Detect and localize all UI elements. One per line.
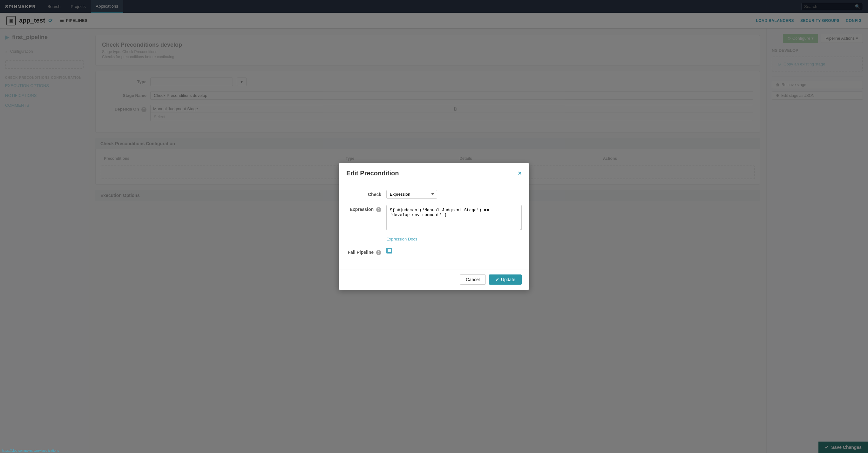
modal-check-select[interactable]: Expression StageStatus ClusterSize xyxy=(386,190,437,198)
modal-close-button[interactable]: × xyxy=(518,170,522,177)
url-bar: https://blog.spinnaker.io/nextapplicatio… xyxy=(0,448,61,453)
modal-cancel-button[interactable]: Cancel xyxy=(460,274,486,285)
modal-fail-pipeline-row: Fail Pipeline ? xyxy=(346,248,522,255)
modal-footer: Cancel ✔ Update xyxy=(339,269,529,290)
modal-fail-pipeline-help-icon[interactable]: ? xyxy=(376,250,381,255)
update-label: Update xyxy=(501,277,515,282)
expression-docs-link[interactable]: Expression Docs xyxy=(386,237,522,241)
modal-update-button[interactable]: ✔ Update xyxy=(489,274,522,285)
modal-title: Edit Precondition xyxy=(346,170,399,177)
modal-expression-help-icon[interactable]: ? xyxy=(376,207,381,212)
modal-expression-textarea[interactable]: ${ #judgment('Manual Judgment Stage') ==… xyxy=(386,205,522,230)
modal-body: Check Expression StageStatus ClusterSize… xyxy=(339,182,529,269)
modal-expression-label: Expression ? xyxy=(346,205,381,212)
update-check-icon: ✔ xyxy=(495,277,499,282)
modal-fail-pipeline-label: Fail Pipeline ? xyxy=(346,248,381,255)
modal-check-label: Check xyxy=(346,190,381,197)
modal-header: Edit Precondition × xyxy=(339,163,529,182)
modal-expression-row: Expression ? ${ #judgment('Manual Judgme… xyxy=(346,205,522,230)
modal-fail-pipeline-checkbox[interactable] xyxy=(386,248,392,254)
modal-check-row: Check Expression StageStatus ClusterSize xyxy=(346,190,522,198)
modal-overlay: Edit Precondition × Check Expression Sta… xyxy=(0,0,868,453)
edit-precondition-modal: Edit Precondition × Check Expression Sta… xyxy=(339,163,529,290)
